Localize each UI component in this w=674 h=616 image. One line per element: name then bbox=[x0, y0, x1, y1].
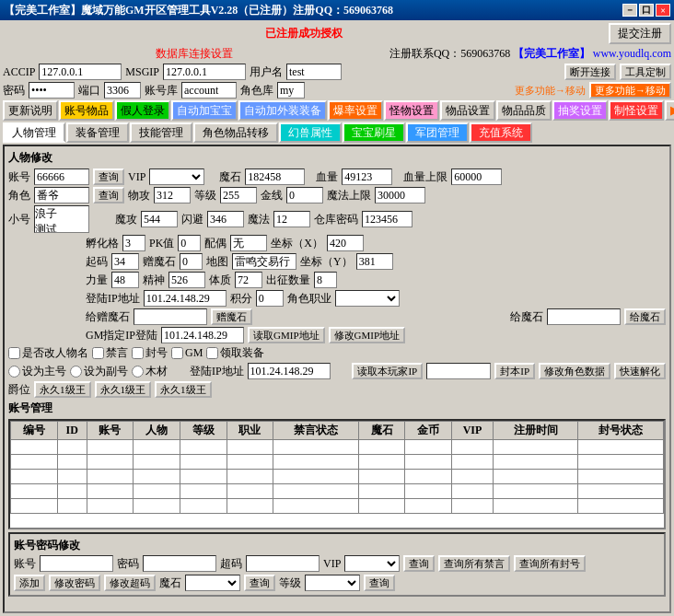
auto-equip-btn[interactable]: 自动加外装装备 bbox=[238, 100, 327, 121]
modify-role-btn[interactable]: 修改角色数据 bbox=[539, 363, 610, 379]
fake-login-btn[interactable]: 假人登录 bbox=[115, 100, 170, 121]
demon-select[interactable] bbox=[185, 575, 240, 591]
table-row[interactable] bbox=[11, 440, 664, 455]
query-ban-btn[interactable]: 查询所有禁言 bbox=[438, 555, 510, 572]
forever1-king-btn3[interactable]: 永久1级王 bbox=[155, 381, 212, 398]
ban-checkbox[interactable] bbox=[92, 347, 104, 359]
items-btn[interactable]: 账号物品 bbox=[59, 100, 114, 121]
magic-max-input[interactable] bbox=[375, 187, 425, 203]
quick-unlock-btn[interactable]: 快速解化 bbox=[614, 363, 666, 379]
attack-input[interactable] bbox=[154, 187, 191, 203]
profession-select[interactable] bbox=[335, 290, 400, 307]
give-stone-input[interactable] bbox=[547, 308, 621, 325]
password-input[interactable] bbox=[29, 82, 75, 99]
goods-btn[interactable]: 物品设置 bbox=[440, 100, 495, 121]
quality-btn[interactable]: 物品品质 bbox=[496, 100, 552, 121]
modify-gm-btn[interactable]: 修改GMIP地址 bbox=[329, 327, 406, 343]
level-input[interactable] bbox=[220, 187, 257, 203]
pwd-input[interactable] bbox=[143, 555, 216, 572]
add-btn[interactable]: 添加 bbox=[14, 575, 45, 591]
arrow-btn[interactable]: ▶ bbox=[665, 100, 674, 121]
window-controls[interactable]: － 口 × bbox=[622, 4, 670, 17]
query-seal-btn[interactable]: 查询所有封号 bbox=[514, 555, 586, 572]
badge-input[interactable] bbox=[314, 272, 337, 288]
tab-army-mgmt[interactable]: 军团管理 bbox=[406, 122, 469, 143]
read-ip-input[interactable] bbox=[426, 363, 491, 379]
username-input[interactable] bbox=[286, 64, 342, 80]
demon-input[interactable] bbox=[245, 169, 305, 185]
seal-checkbox[interactable] bbox=[132, 347, 144, 359]
forever1-king-btn1[interactable]: 永久1级王 bbox=[34, 381, 91, 398]
accip-input[interactable] bbox=[39, 64, 122, 80]
lottery-btn[interactable]: 抽奖设置 bbox=[552, 100, 608, 121]
tab-recharge[interactable]: 充值系统 bbox=[470, 122, 532, 143]
role-input[interactable] bbox=[34, 187, 89, 203]
material-radio[interactable] bbox=[132, 366, 144, 378]
blood-input[interactable] bbox=[342, 169, 392, 185]
more-features-button[interactable]: 更多功能→移动 bbox=[589, 82, 671, 99]
map-input[interactable] bbox=[232, 253, 296, 270]
gm-checkbox[interactable] bbox=[171, 347, 183, 359]
login-ip-input-2[interactable] bbox=[248, 363, 331, 379]
supercode-input[interactable] bbox=[246, 555, 320, 572]
vip-select[interactable] bbox=[149, 169, 204, 185]
coord-x-input[interactable] bbox=[327, 235, 364, 251]
maximize-button[interactable]: 口 bbox=[639, 4, 654, 17]
set-sub-radio[interactable] bbox=[70, 366, 82, 378]
modify-pwd-btn[interactable]: 修改密码 bbox=[49, 575, 100, 591]
pwd-query-btn[interactable]: 查询 bbox=[403, 555, 435, 572]
give-stone-btn[interactable]: 给魔石 bbox=[624, 308, 666, 325]
strength-input[interactable] bbox=[111, 272, 139, 288]
pk-input[interactable] bbox=[178, 235, 201, 251]
update-btn[interactable]: 更新说明 bbox=[3, 100, 58, 121]
submit-reg-button[interactable]: 提交注册 bbox=[609, 23, 671, 44]
read-player-ip-btn[interactable]: 读取本玩家IP bbox=[352, 363, 423, 379]
score-input[interactable] bbox=[256, 290, 284, 307]
flash-input[interactable] bbox=[207, 211, 244, 227]
table-row[interactable] bbox=[11, 470, 664, 484]
tab-player-mgmt[interactable]: 人物管理 bbox=[3, 122, 65, 143]
table-row[interactable] bbox=[11, 455, 664, 470]
gift-stone-input[interactable] bbox=[134, 308, 207, 325]
block-ip-btn[interactable]: 封本IP bbox=[494, 363, 535, 379]
auto-baby-btn[interactable]: 自动加宝宝 bbox=[171, 100, 238, 121]
spirit-input[interactable] bbox=[168, 272, 205, 288]
account-db-input[interactable] bbox=[181, 82, 237, 99]
port-input[interactable] bbox=[104, 82, 141, 99]
tab-equip-mgmt[interactable]: 装备管理 bbox=[66, 122, 129, 143]
magic-input[interactable] bbox=[273, 211, 310, 227]
magic-atk-input[interactable] bbox=[141, 211, 178, 227]
tab-role-transfer[interactable]: 角色物品转移 bbox=[193, 122, 278, 143]
gold-input[interactable] bbox=[286, 187, 323, 203]
gm-ip-input[interactable] bbox=[161, 327, 244, 343]
table-row[interactable] bbox=[11, 499, 664, 514]
close-button[interactable]: × bbox=[656, 4, 670, 17]
physique-input[interactable] bbox=[235, 272, 262, 288]
coord-y-input[interactable] bbox=[356, 253, 393, 270]
table-row[interactable] bbox=[11, 484, 664, 499]
query3-btn[interactable]: 查询 bbox=[364, 575, 395, 591]
login-ip-input[interactable] bbox=[144, 290, 227, 307]
modify-super-btn[interactable]: 修改超码 bbox=[104, 575, 156, 591]
monster-btn[interactable]: 怪物设置 bbox=[384, 100, 439, 121]
explode-btn[interactable]: 爆率设置 bbox=[328, 100, 383, 121]
minimize-button[interactable]: － bbox=[622, 4, 637, 17]
more-btn[interactable]: 更多功能→移动 bbox=[515, 84, 586, 98]
disconnect-button[interactable]: 断开连接 bbox=[564, 64, 616, 80]
tab-phantom[interactable]: 幻兽属性 bbox=[279, 122, 342, 143]
set-main-radio[interactable] bbox=[8, 366, 20, 378]
change-name-checkbox[interactable] bbox=[8, 347, 20, 359]
pwd-vip-select[interactable] bbox=[344, 555, 400, 572]
gift-stone-btn[interactable]: 赠魔石 bbox=[211, 308, 252, 325]
query-btn-2[interactable]: 查询 bbox=[93, 187, 124, 203]
hatch-input[interactable] bbox=[122, 235, 145, 251]
tab-baby-star[interactable]: 宝宝刷星 bbox=[343, 122, 405, 143]
account-input[interactable] bbox=[34, 169, 89, 185]
read-gm-btn[interactable]: 读取GMIP地址 bbox=[248, 327, 325, 343]
query-btn-1[interactable]: 查询 bbox=[93, 169, 124, 185]
gift-demon-input[interactable] bbox=[180, 253, 203, 270]
get-equip-checkbox[interactable] bbox=[206, 347, 218, 359]
pwd-account-input[interactable] bbox=[40, 555, 113, 572]
level-select[interactable] bbox=[305, 575, 360, 591]
forever1-king-btn2[interactable]: 永久1级王 bbox=[95, 381, 152, 398]
